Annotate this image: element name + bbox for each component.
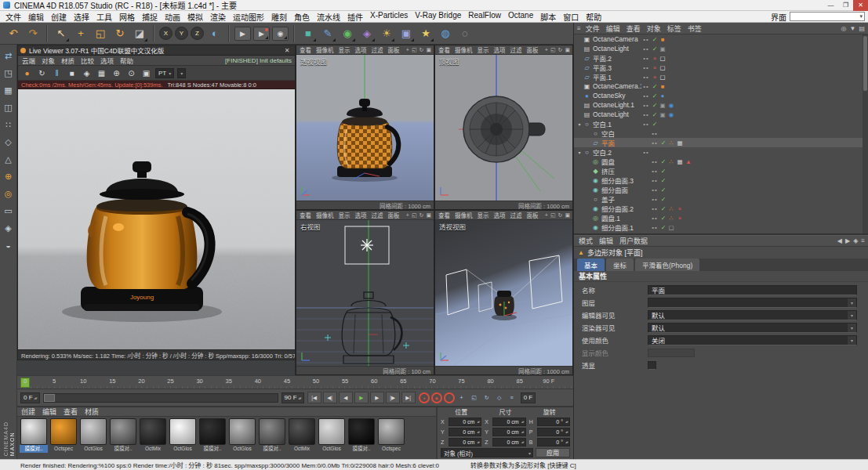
live-viewer-menu-item[interactable]: 选项	[100, 56, 114, 65]
viewport-menu-item[interactable]: 查看	[300, 211, 311, 219]
enabled-check-icon[interactable]: ✓	[651, 102, 659, 109]
object-row[interactable]: ▱平面.3••×▢	[574, 63, 868, 72]
polygon-selection-tag[interactable]: ∴	[667, 158, 675, 165]
lock-y-axis-button[interactable]: Y	[175, 27, 188, 40]
filter-icon[interactable]: ▼	[850, 25, 856, 32]
viewport-menu-item[interactable]: 选项	[355, 211, 367, 219]
menubar-item[interactable]: 脚本	[540, 11, 556, 23]
visibility-dots[interactable]: ••	[641, 92, 651, 99]
sky-tag[interactable]: ●	[659, 92, 666, 99]
record-pla-toggle[interactable]: ≡	[507, 392, 518, 403]
coordinate-field[interactable]: 0 cm▴▾	[492, 418, 525, 426]
menubar-item[interactable]: 运动图形	[233, 11, 264, 23]
material-sphere-icon[interactable]: ◍	[437, 25, 454, 42]
play-button[interactable]: ▶	[354, 392, 369, 403]
attribute-manager-menu-item[interactable]: 模式	[579, 236, 593, 246]
spinner-arrows[interactable]: ▴▾	[564, 440, 569, 444]
enabled-check-icon[interactable]: ✓	[659, 177, 667, 184]
menubar-item[interactable]: X-Particles	[370, 11, 408, 23]
expand-toggle-icon[interactable]: ▾	[576, 150, 583, 155]
viewport-menu-item[interactable]: 选项	[355, 45, 367, 54]
forward-icon[interactable]: ▶	[845, 237, 850, 244]
material-picker-button[interactable]: ⊙	[125, 67, 137, 79]
octane-light-tag[interactable]: ◉	[667, 111, 675, 118]
menubar-item[interactable]: 创建	[51, 11, 67, 23]
panel-menu-icon[interactable]: ≡	[577, 25, 581, 32]
toggle-view-icon[interactable]: ▣	[426, 47, 431, 53]
menubar-item[interactable]: 文件	[5, 11, 21, 23]
visibility-dots[interactable]: ••	[641, 45, 651, 52]
uv-tag[interactable]: ▦	[676, 139, 684, 146]
coordinate-field[interactable]: 0 cm▴▾	[449, 418, 481, 426]
light-tag[interactable]: ▣	[659, 45, 666, 52]
viewport-menu-item[interactable]: 摄像机	[316, 45, 334, 54]
object-row[interactable]: ◎圆盘.1••✓∴×	[574, 213, 868, 222]
menubar-item[interactable]: 插件	[347, 11, 363, 23]
goto-start-button[interactable]: |◀	[307, 392, 321, 403]
environment-menu[interactable]: ☀	[378, 25, 395, 42]
object-manager-menu-item[interactable]: 文件	[586, 24, 600, 34]
object-manager-menu-item[interactable]: 编辑	[606, 24, 620, 34]
attribute-dropdown[interactable]: 默认▾	[648, 310, 857, 320]
viewport-menu-item[interactable]: 查看	[300, 45, 311, 54]
edges-mode-button[interactable]: ◇	[2, 136, 15, 148]
viewport-menu-item[interactable]: 过滤	[510, 211, 522, 219]
pan-view-icon[interactable]: +	[545, 47, 548, 53]
next-frame-button[interactable]: ▶	[370, 392, 384, 403]
close-button[interactable]: ✕	[853, 0, 868, 11]
object-row[interactable]: ◉细分曲面••✓	[574, 185, 868, 194]
spinner-arrows[interactable]: ▴▾	[520, 420, 525, 424]
object-manager-menu-item[interactable]: 标签	[667, 24, 681, 34]
object-row[interactable]: ▱平面.1••×▢	[574, 72, 868, 81]
object-row[interactable]: ▱平面.2••×▢	[574, 53, 868, 63]
live-viewer-menu-item[interactable]: 云端	[22, 56, 35, 65]
object-manager-tree[interactable]: ▣OctaneCamera••✓■▤OctaneLight••✓▣▱平面.2••…	[574, 34, 868, 235]
material-item[interactable]: 摸摸对..	[20, 418, 48, 453]
lock-x-axis-button[interactable]: X	[159, 27, 173, 40]
viewport-menu-item[interactable]: 摄像机	[316, 211, 334, 219]
material-item[interactable]: OctMix	[288, 418, 316, 453]
visibility-dots[interactable]: ••	[650, 177, 659, 184]
object-row[interactable]: ○盖子••✓	[574, 194, 868, 204]
visibility-dots[interactable]: ••	[641, 149, 651, 156]
zoom-view-icon[interactable]: ◱	[412, 47, 417, 53]
coordinate-field[interactable]: 0 °▴▾	[537, 428, 570, 436]
record-rotation-toggle[interactable]: ↻	[481, 392, 492, 403]
material-item[interactable]: Octspec	[49, 418, 78, 453]
attribute-dropdown[interactable]: ▾	[648, 298, 857, 308]
polygons-mode-button[interactable]: △	[2, 153, 15, 165]
pan-view-icon[interactable]: +	[545, 212, 548, 219]
redo-button[interactable]: ↷	[24, 25, 42, 42]
material-item[interactable]: 摸摸对..	[109, 418, 137, 453]
live-viewer-titlebar[interactable]: Live Viewer 3.07-R1 中国C4D联盟中文汉化版 ✕	[18, 45, 295, 56]
keyframe-selection-button[interactable]: ○	[444, 392, 455, 403]
material-item[interactable]: OctGlos	[169, 418, 197, 453]
layout-icon[interactable]: ▤	[859, 25, 865, 32]
enable-axis-button[interactable]: ⊕	[2, 170, 15, 183]
material-item[interactable]: OctMix	[139, 418, 167, 453]
spinner-arrows[interactable]: ▴▾	[564, 420, 569, 424]
object-row[interactable]: ◉细分曲面.2••✓∴×	[574, 204, 868, 213]
live-viewer-menu-item[interactable]: 帮助	[120, 56, 133, 65]
texture-mode-button[interactable]: ▦	[2, 84, 15, 96]
attribute-manager-menu-item[interactable]: 用户数据	[619, 236, 648, 246]
spinner-arrows[interactable]: ▴▾	[520, 430, 525, 434]
coordinate-field[interactable]: 0 °▴▾	[537, 438, 570, 446]
x-tag[interactable]: ×	[676, 205, 684, 212]
object-row[interactable]: ▤OctaneLight.1••✓▣◉	[574, 100, 868, 110]
stop-render-button[interactable]: ■	[66, 67, 78, 79]
lock-z-axis-button[interactable]: Z	[191, 27, 204, 40]
visibility-dots[interactable]: ••	[641, 121, 651, 128]
frame-slider[interactable]	[43, 393, 278, 403]
polygon-selection-tag[interactable]: ∴	[667, 215, 675, 222]
material-item[interactable]: OctGlos	[318, 418, 346, 453]
record-position-toggle[interactable]: +	[456, 392, 467, 403]
menubar-item[interactable]: 工具	[96, 11, 112, 23]
minimize-button[interactable]: —	[823, 0, 838, 11]
texture-tag[interactable]: ▢	[659, 64, 666, 71]
viewport-menu-item[interactable]: 显示	[339, 45, 350, 54]
enabled-check-icon[interactable]: ✓	[651, 45, 659, 52]
menubar-item[interactable]: 动画	[165, 11, 180, 23]
viewport-menu-item[interactable]: 面板	[527, 211, 539, 219]
visibility-dots[interactable]: ••	[641, 111, 651, 118]
